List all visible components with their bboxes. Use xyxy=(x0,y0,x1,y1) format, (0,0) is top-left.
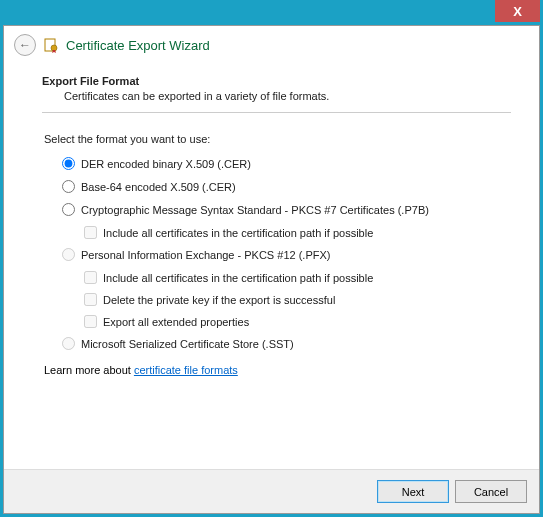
radio-pfx xyxy=(62,248,75,261)
learn-more-link[interactable]: certificate file formats xyxy=(134,364,238,376)
checkbox-pfx-include xyxy=(84,271,97,284)
label-base64: Base-64 encoded X.509 (.CER) xyxy=(81,181,236,193)
option-base64: Base-64 encoded X.509 (.CER) xyxy=(62,180,511,193)
close-icon: X xyxy=(513,4,522,19)
format-prompt: Select the format you want to use: xyxy=(44,133,511,145)
radio-sst xyxy=(62,337,75,350)
label-pfx-include: Include all certificates in the certific… xyxy=(103,272,373,284)
option-sst: Microsoft Serialized Certificate Store (… xyxy=(62,337,511,350)
wizard-content: Export File Format Certificates can be e… xyxy=(4,60,539,469)
section-title: Export File Format xyxy=(42,75,511,87)
radio-pkcs7[interactable] xyxy=(62,203,75,216)
label-pkcs7-include: Include all certificates in the certific… xyxy=(103,227,373,239)
radio-der[interactable] xyxy=(62,157,75,170)
option-pfx-include: Include all certificates in the certific… xyxy=(84,271,511,284)
back-button[interactable]: ← xyxy=(14,34,36,56)
certificate-icon xyxy=(42,36,60,54)
label-pfx: Personal Information Exchange - PKCS #12… xyxy=(81,249,330,261)
radio-base64[interactable] xyxy=(62,180,75,193)
option-pfx-delete: Delete the private key if the export is … xyxy=(84,293,511,306)
back-arrow-icon: ← xyxy=(19,38,31,52)
label-pfx-ext: Export all extended properties xyxy=(103,316,249,328)
option-pfx-ext: Export all extended properties xyxy=(84,315,511,328)
format-options: DER encoded binary X.509 (.CER) Base-64 … xyxy=(62,157,511,350)
wizard-header: ← Certificate Export Wizard xyxy=(4,26,539,60)
option-der: DER encoded binary X.509 (.CER) xyxy=(62,157,511,170)
label-der: DER encoded binary X.509 (.CER) xyxy=(81,158,251,170)
next-button[interactable]: Next xyxy=(377,480,449,503)
checkbox-pfx-delete xyxy=(84,293,97,306)
wizard-window: ← Certificate Export Wizard Export File … xyxy=(3,25,540,514)
section-subtitle: Certificates can be exported in a variet… xyxy=(64,90,511,102)
option-pkcs7-include: Include all certificates in the certific… xyxy=(84,226,511,239)
cancel-button[interactable]: Cancel xyxy=(455,480,527,503)
checkbox-pkcs7-include xyxy=(84,226,97,239)
divider xyxy=(42,112,511,113)
label-sst: Microsoft Serialized Certificate Store (… xyxy=(81,338,294,350)
learn-more-prefix: Learn more about xyxy=(44,364,134,376)
option-pkcs7: Cryptographic Message Syntax Standard - … xyxy=(62,203,511,216)
close-button[interactable]: X xyxy=(495,0,540,22)
wizard-footer: Next Cancel xyxy=(4,469,539,513)
learn-more: Learn more about certificate file format… xyxy=(44,364,511,376)
wizard-title: Certificate Export Wizard xyxy=(66,38,210,53)
checkbox-pfx-ext xyxy=(84,315,97,328)
label-pkcs7: Cryptographic Message Syntax Standard - … xyxy=(81,204,429,216)
label-pfx-delete: Delete the private key if the export is … xyxy=(103,294,335,306)
option-pfx: Personal Information Exchange - PKCS #12… xyxy=(62,248,511,261)
